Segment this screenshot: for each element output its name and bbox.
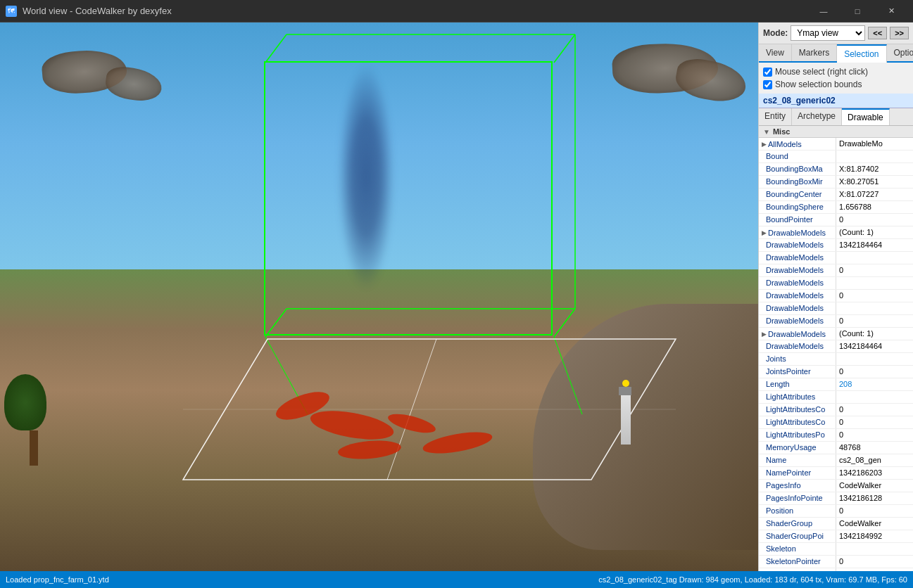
table-row: DrawableModels	[759, 252, 913, 264]
app-title: World view - CodeWalker by dexyfex	[23, 6, 807, 16]
table-row: BoundingSphere1.656788	[759, 201, 913, 214]
prop-name-18: JointsPointer	[759, 366, 836, 378]
table-row: BoundingBoxMaX:81.87402	[759, 163, 913, 176]
titlebar: 🗺 World view - CodeWalker by dexyfex — □…	[0, 0, 913, 23]
prop-name-14: DrawableModels	[759, 315, 836, 327]
lighthouse	[620, 380, 631, 445]
prop-value-26: 1342186203	[836, 467, 913, 479]
tab-selection[interactable]: Selection	[837, 44, 886, 63]
prop-name-20: LightAttributes	[759, 391, 836, 403]
table-row: Bound	[759, 151, 913, 163]
prop-value-13	[836, 302, 913, 314]
prop-value-11	[836, 277, 913, 289]
prop-name-23: LightAttributesPo	[759, 429, 836, 441]
sub-tab-drawable[interactable]: Drawable	[842, 108, 890, 125]
prop-name-32: Skeleton	[759, 543, 836, 555]
sub-tab-entity[interactable]: Entity	[759, 108, 792, 125]
prop-name-11: DrawableModels	[759, 277, 836, 289]
prop-value-2: X:81.87402	[836, 163, 913, 175]
tab-options[interactable]: Options	[887, 44, 913, 61]
prop-value-18: 0	[836, 366, 913, 378]
prop-value-17	[836, 353, 913, 365]
table-row: SkeletonPointer0	[759, 556, 913, 568]
section-misc-label: Misc	[773, 127, 790, 136]
prop-name-19: Length	[759, 378, 836, 390]
collapse-icon: ▼	[763, 128, 770, 136]
close-button[interactable]: ✕	[875, 0, 907, 23]
tab-view[interactable]: View	[759, 44, 792, 61]
sub-tab-archetype[interactable]: Archetype	[792, 108, 842, 125]
prop-name-1: Bound	[759, 151, 836, 162]
prop-value-10: 0	[836, 264, 913, 276]
table-row: ShaderGroupCodeWalker	[759, 518, 913, 530]
table-row: Joints	[759, 353, 913, 366]
prop-value-25: cs2_08_gen	[836, 454, 913, 466]
mouse-select-checkbox[interactable]	[763, 68, 772, 77]
mouse-select-row: Mouse select (right click)	[763, 67, 909, 77]
prop-value-19: 208	[836, 378, 913, 390]
table-row: DrawableModels	[759, 277, 913, 290]
maximize-button[interactable]: □	[841, 0, 874, 23]
prop-value-6: 0	[836, 214, 913, 226]
prop-name-6: BoundPointer	[759, 214, 836, 226]
status-right: cs2_08_generic02_tag Drawn: 984 geom, Lo…	[123, 575, 907, 584]
section-header-misc[interactable]: ▼ Misc	[759, 126, 913, 138]
table-row: LightAttributesCo0	[759, 416, 913, 429]
tab-markers[interactable]: Markers	[792, 44, 837, 61]
prop-name-7: ▶ DrawableModels	[759, 226, 836, 238]
prop-value-4: X:81.07227	[836, 188, 913, 200]
table-row: DrawableModels0	[759, 264, 913, 277]
table-row: BoundingCenterX:81.07227	[759, 188, 913, 201]
minimize-button[interactable]: —	[807, 0, 840, 23]
prop-value-31: 1342184992	[836, 530, 913, 542]
expand-arrow-icon[interactable]: ▶	[762, 331, 767, 338]
prop-name-26: NamePointer	[759, 467, 836, 479]
lighthouse-light	[622, 380, 629, 387]
prop-name-22: LightAttributesCo	[759, 416, 836, 428]
prop-value-20	[836, 391, 913, 403]
show-bounds-row: Show selection bounds	[763, 79, 909, 89]
prop-value-28: 1342186128	[836, 492, 913, 504]
prop-name-15: ▶ DrawableModels	[759, 328, 836, 340]
prop-name-13: DrawableModels	[759, 302, 836, 314]
next-button[interactable]: >>	[890, 27, 909, 39]
table-row: PagesInfoCodeWalker	[759, 480, 913, 492]
table-row: ▶ AllModelsDrawableMo	[759, 138, 913, 151]
prev-button[interactable]: <<	[868, 27, 887, 39]
prop-rows-container: ▶ AllModelsDrawableMo Bound BoundingBoxM…	[759, 138, 913, 571]
expand-arrow-icon[interactable]: ▶	[762, 141, 767, 148]
main-area: Mode: Ymap view << >> View Markers Selec…	[0, 23, 913, 571]
prop-value-16: 1342184464	[836, 340, 913, 352]
prop-name-33: SkeletonPointer	[759, 556, 836, 568]
prop-value-9	[836, 252, 913, 264]
prop-value-8: 1342184464	[836, 239, 913, 251]
tree-trunk	[30, 430, 38, 466]
status-bar: Loaded prop_fnc_farm_01.ytd cs2_08_gener…	[0, 571, 913, 588]
prop-value-34: 1	[836, 568, 913, 571]
prop-name-31: ShaderGroupPoi	[759, 530, 836, 542]
property-list[interactable]: ▼ Misc ▶ AllModelsDrawableMo Bound Bound…	[759, 126, 913, 571]
prop-name-10: DrawableModels	[759, 264, 836, 276]
prop-value-0: DrawableMo	[836, 138, 913, 150]
show-bounds-checkbox[interactable]	[763, 80, 772, 89]
prop-name-30: ShaderGroup	[759, 518, 836, 530]
prop-name-24: MemoryUsage	[759, 442, 836, 454]
table-row: PagesInfoPointe1342186128	[759, 492, 913, 505]
table-row: DrawableModels1342184464	[759, 340, 913, 353]
table-row: ▶ DrawableModels(Count: 1)	[759, 226, 913, 239]
selection-plane	[99, 269, 626, 515]
prop-value-27: CodeWalker	[836, 480, 913, 492]
window-controls: — □ ✕	[807, 0, 907, 23]
prop-value-24: 48768	[836, 442, 913, 454]
mode-dropdown[interactable]: Ymap view	[791, 25, 865, 41]
prop-name-34: Unknown_4h	[759, 568, 836, 571]
prop-name-16: DrawableModels	[759, 340, 836, 352]
show-bounds-label: Show selection bounds	[775, 79, 862, 89]
prop-value-32	[836, 543, 913, 555]
prop-value-22: 0	[836, 416, 913, 428]
table-row: Unknown_4h1	[759, 568, 913, 571]
mouse-select-label: Mouse select (right click)	[775, 67, 868, 77]
expand-arrow-icon[interactable]: ▶	[762, 229, 767, 236]
table-row: DrawableModels0	[759, 315, 913, 328]
viewport-3d[interactable]	[0, 23, 758, 571]
